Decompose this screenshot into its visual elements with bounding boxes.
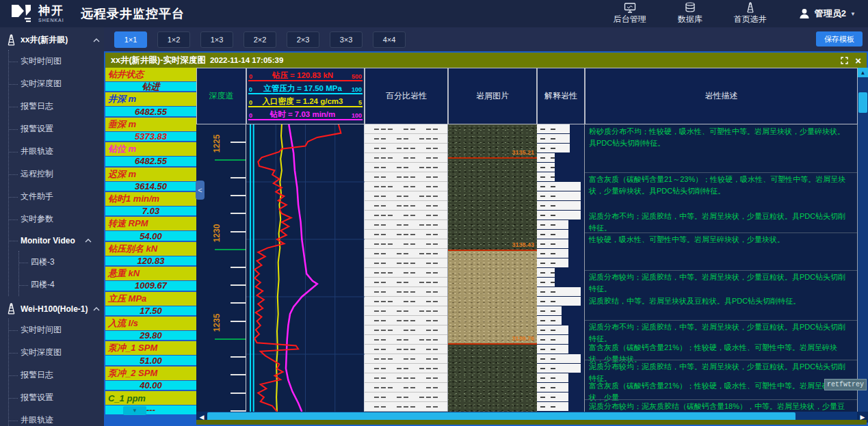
curves-track xyxy=(246,124,365,412)
sidebar-item-报警日志[interactable]: 报警日志 xyxy=(9,95,104,118)
dash-mark xyxy=(551,243,555,245)
lithology-symbol-row xyxy=(365,402,447,412)
legend-text: 立管压力 = 17.50 MPa xyxy=(255,83,350,94)
dash-mark xyxy=(374,291,379,293)
sidebar-item-四楼-4[interactable]: 四楼-4 xyxy=(19,274,104,296)
sidebar-item-远程控制[interactable]: 远程控制 xyxy=(9,163,104,185)
lithology-bar xyxy=(537,191,581,200)
dash-mark xyxy=(433,215,438,216)
video-tree: 四楼-3四楼-4 xyxy=(18,251,104,296)
dash-mark xyxy=(551,377,555,379)
sidebar-item-井眼轨迹[interactable]: 井眼轨迹 xyxy=(9,140,104,163)
lithology-bar xyxy=(537,354,581,363)
dash-group xyxy=(426,205,438,207)
app-root: 神开 SHENKAI 远程录井监控平台 后台管理 数据库 首页选井 管理员2 ▼ xyxy=(0,0,868,426)
dash-mark xyxy=(374,234,379,235)
description-paragraph: 性较硬，吸水性、可塑性中等。岩屑呈碎块状，少量块状。 xyxy=(589,234,852,245)
dash-mark xyxy=(410,215,415,216)
user-menu[interactable]: 管理员2 ▼ xyxy=(798,8,856,20)
dash-mark xyxy=(404,358,408,360)
curve-legend: 0钻压 = 120.83 kN5000立管压力 = 17.50 MPa1000入… xyxy=(246,68,365,124)
sidebar-item-实时深度图[interactable]: 实时深度图 xyxy=(9,341,104,364)
close-icon[interactable]: × xyxy=(855,55,861,66)
sidebar-well-0[interactable]: xx井(新井眼) xyxy=(0,27,104,50)
lithology-symbol-row xyxy=(365,297,447,306)
dash-mark xyxy=(540,397,545,398)
dash-mark xyxy=(540,253,545,254)
nav-home-well-select[interactable]: 首页选井 xyxy=(734,2,767,25)
layout-button-3×3[interactable]: 3×3 xyxy=(330,31,363,48)
save-template-button[interactable]: 保存模板 xyxy=(816,31,863,46)
layout-button-1×1[interactable]: 1×1 xyxy=(114,31,147,48)
dash-mark xyxy=(426,176,431,178)
dash-mark xyxy=(410,157,415,159)
param-value-row: 40.00 xyxy=(105,381,196,391)
minor-depth-tick xyxy=(231,231,246,232)
sidebar-item-实时时间图[interactable]: 实时时间图 xyxy=(9,319,104,341)
sidebar-item-实时深度图[interactable]: 实时深度图 xyxy=(9,72,104,95)
dash-group xyxy=(397,349,415,350)
lithology-bar xyxy=(537,144,570,152)
dash-group xyxy=(374,291,386,293)
dash-mark xyxy=(551,358,555,360)
fullscreen-icon[interactable] xyxy=(841,57,848,64)
lithology-bar xyxy=(537,134,570,143)
layout-button-1×3[interactable]: 1×3 xyxy=(200,31,233,48)
dash-mark xyxy=(540,205,545,207)
layout-button-2×2[interactable]: 2×2 xyxy=(244,31,276,48)
sidebar-well-1[interactable]: Wei-H100(Hole-1) xyxy=(0,296,104,319)
vertical-scroll-thumb[interactable] xyxy=(858,92,867,113)
lithology-bar xyxy=(537,182,581,191)
layout-button-4×4[interactable]: 4×4 xyxy=(373,31,406,48)
scroll-up-arrow[interactable]: ▲ xyxy=(858,68,868,77)
description-separator xyxy=(585,360,857,360)
layout-button-2×3[interactable]: 2×3 xyxy=(287,31,319,48)
layout-button-1×2[interactable]: 1×2 xyxy=(157,31,190,48)
dash-mark xyxy=(404,129,408,130)
dash-mark xyxy=(433,301,438,302)
dash-mark xyxy=(397,253,402,254)
param-value-row: 29.80 xyxy=(105,331,196,341)
lithology-symbol-row xyxy=(365,124,447,134)
dash-mark xyxy=(551,320,555,321)
dash-mark xyxy=(404,330,408,331)
sidebar-item-井眼轨迹[interactable]: 井眼轨迹 xyxy=(9,409,104,426)
dash-group xyxy=(374,157,393,159)
sidebar-item-文件助手[interactable]: 文件助手 xyxy=(9,185,104,208)
param-label-row: 迟深 m xyxy=(105,168,196,182)
dash-mark xyxy=(404,377,408,379)
dash-mark xyxy=(540,234,545,235)
sidebar-item-报警设置[interactable]: 报警设置 xyxy=(9,386,104,409)
dash-mark xyxy=(381,263,386,264)
chart-region: < retfwtrey 深度道百分比岩性岩屑图片解释岩性岩性描述0钻压 = 12… xyxy=(196,68,867,425)
dash-mark xyxy=(374,224,379,226)
nav-backend-admin[interactable]: 后台管理 xyxy=(614,3,646,25)
lithology-symbol-row xyxy=(365,325,447,335)
sidebar-item-报警设置[interactable]: 报警设置 xyxy=(9,118,104,140)
vertical-scrollbar[interactable]: ▲▼ xyxy=(858,68,868,423)
sidebar-item-实时时间图[interactable]: 实时时间图 xyxy=(9,50,104,72)
column-header-depth: 深度道 xyxy=(196,68,246,124)
dash-mark xyxy=(426,301,431,302)
sidebar-item-四楼-3[interactable]: 四楼-3 xyxy=(19,251,104,274)
dash-mark xyxy=(426,310,431,312)
dash-group xyxy=(426,243,438,245)
sidebar-item-monitor-video[interactable]: Monitor Video xyxy=(9,230,104,251)
sidebar-item-实时参数[interactable]: 实时参数 xyxy=(9,208,104,230)
dash-mark xyxy=(419,282,424,283)
monitor-icon xyxy=(624,3,636,13)
nav-database[interactable]: 数据库 xyxy=(678,2,702,25)
description-separator xyxy=(585,172,857,173)
sidebar-item-报警日志[interactable]: 报警日志 xyxy=(9,364,104,386)
dash-group xyxy=(404,157,415,159)
dash-group xyxy=(426,186,438,187)
well-name: xx井(新井眼) xyxy=(21,34,90,46)
minor-depth-tick xyxy=(231,284,246,286)
param-label-row: 钻时1 min/m xyxy=(105,192,196,207)
dash-mark xyxy=(433,263,438,264)
collapse-params-handle[interactable]: < xyxy=(196,181,205,200)
dash-mark xyxy=(433,339,438,341)
param-dropdown-button[interactable]: ▼ xyxy=(123,406,146,415)
dash-mark xyxy=(381,406,386,408)
depth-track: 122512301235 xyxy=(196,124,246,412)
